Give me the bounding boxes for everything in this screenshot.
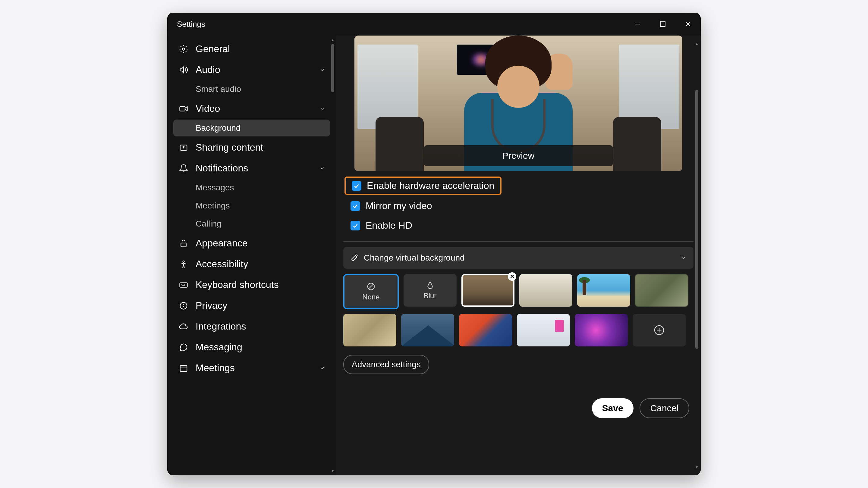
content-scrollbar[interactable]: ▲ ▼ <box>695 41 699 469</box>
scrollbar-up-icon[interactable]: ▲ <box>695 41 699 46</box>
sidebar-item-label: Sharing content <box>195 142 325 153</box>
footer-buttons: Save Cancel <box>343 398 693 418</box>
sidebar-sub-background[interactable]: Background <box>173 120 330 136</box>
close-icon <box>684 21 692 28</box>
maximize-button[interactable] <box>657 19 668 30</box>
settings-window: Settings ▲ ▼ General <box>167 13 701 475</box>
sidebar-item-sharing[interactable]: Sharing content <box>173 138 330 157</box>
window-body: ▲ ▼ General Audio Smart audio <box>167 36 701 475</box>
bg-tile-mountains[interactable] <box>401 314 454 347</box>
titlebar: Settings <box>167 13 701 36</box>
bg-tile-living-room[interactable] <box>519 274 572 307</box>
scrollbar-down-icon[interactable]: ▼ <box>695 465 699 469</box>
share-icon <box>178 142 189 153</box>
bg-tile-office-room[interactable]: ✕ <box>461 274 515 307</box>
prohibit-icon <box>367 282 375 291</box>
lock-icon <box>178 238 189 249</box>
preview-bg-window-right <box>619 44 679 129</box>
video-icon <box>178 103 189 114</box>
bg-tile-space[interactable] <box>575 314 628 347</box>
maximize-icon <box>659 21 666 27</box>
sidebar-item-label: Integrations <box>195 321 325 332</box>
chat-icon <box>178 342 189 353</box>
bell-icon <box>178 163 189 174</box>
preview-bg-window-left <box>358 44 418 129</box>
plus-circle-icon <box>654 325 664 335</box>
chevron-down-icon <box>319 106 325 112</box>
bg-tile-add[interactable] <box>632 314 686 347</box>
preview-bg-chair <box>375 117 424 171</box>
sidebar-item-general[interactable]: General <box>173 39 330 59</box>
tile-remove-button[interactable]: ✕ <box>508 272 516 281</box>
window-title: Settings <box>175 20 205 29</box>
sidebar-item-audio[interactable]: Audio <box>173 60 330 79</box>
chevron-down-icon <box>680 255 686 261</box>
sidebar-item-label: Video <box>195 103 319 114</box>
preview-button[interactable]: Preview <box>424 145 613 166</box>
change-virtual-background-bar[interactable]: Change virtual background <box>343 247 693 269</box>
bg-tile-warm-blur[interactable] <box>343 314 396 347</box>
checkbox-label: Mirror my video <box>366 200 432 212</box>
sidebar-sub-meetings[interactable]: Meetings <box>173 197 330 214</box>
accessibility-icon <box>178 259 189 270</box>
bg-tile-nature-blur[interactable] <box>635 274 688 307</box>
sidebar-item-keyboard[interactable]: Keyboard shortcuts <box>173 275 330 295</box>
bg-tile-abstract[interactable] <box>459 314 512 347</box>
svg-marker-5 <box>180 67 184 73</box>
sidebar-sub-messages[interactable]: Messages <box>173 179 330 196</box>
sidebar-item-messaging[interactable]: Messaging <box>173 337 330 357</box>
svg-point-10 <box>183 261 184 262</box>
checkbox-mirror-video[interactable] <box>350 201 360 211</box>
checkbox-enable-hd[interactable] <box>350 221 360 230</box>
bg-tile-label: None <box>362 293 379 301</box>
svg-rect-6 <box>180 106 185 111</box>
close-button[interactable] <box>683 19 693 30</box>
sidebar-item-label: Messaging <box>195 341 325 353</box>
svg-rect-9 <box>181 243 186 247</box>
background-tiles-grid: None Blur ✕ <box>343 274 693 347</box>
svg-rect-1 <box>660 22 665 27</box>
droplet-icon <box>426 281 435 290</box>
window-controls <box>632 19 693 30</box>
minimize-button[interactable] <box>632 19 643 30</box>
bg-tile-none[interactable]: None <box>343 274 399 309</box>
sidebar-item-label: Meetings <box>195 362 319 373</box>
advanced-settings-button[interactable]: Advanced settings <box>343 355 429 374</box>
check-icon <box>352 203 359 209</box>
bg-tile-blur[interactable]: Blur <box>404 274 457 307</box>
svg-point-4 <box>182 48 185 50</box>
sidebar-item-meetings[interactable]: Meetings <box>173 358 330 378</box>
bg-tile-beach[interactable] <box>577 274 630 307</box>
sidebar-sub-smart-audio[interactable]: Smart audio <box>173 81 330 98</box>
cancel-button[interactable]: Cancel <box>640 398 689 418</box>
cloud-icon <box>178 321 189 332</box>
sidebar-item-label: Notifications <box>195 163 319 174</box>
sidebar-item-appearance[interactable]: Appearance <box>173 233 330 253</box>
bg-tile-label: Blur <box>424 292 437 300</box>
checkbox-row-enable-hd: Enable HD <box>343 217 693 234</box>
svg-line-15 <box>369 284 373 289</box>
sidebar-item-accessibility[interactable]: Accessibility <box>173 254 330 274</box>
sidebar-item-integrations[interactable]: Integrations <box>173 317 330 336</box>
speaker-icon <box>178 64 189 75</box>
scrollbar-down-icon[interactable]: ▼ <box>331 469 335 473</box>
bg-tile-studio[interactable] <box>517 314 570 347</box>
checkbox-row-mirror-video: Mirror my video <box>343 197 693 215</box>
gear-icon <box>178 44 189 55</box>
checkbox-label: Enable hardware acceleration <box>367 180 494 191</box>
sidebar-item-video[interactable]: Video <box>173 99 330 119</box>
checkbox-hardware-acceleration[interactable] <box>352 181 361 191</box>
sidebar-item-label: Appearance <box>195 238 325 249</box>
sidebar-sub-calling[interactable]: Calling <box>173 216 330 232</box>
chevron-down-icon <box>319 67 325 73</box>
content-panel: ▲ ▼ Preview <box>336 36 701 475</box>
save-button[interactable]: Save <box>592 398 633 418</box>
sidebar-item-label: Accessibility <box>195 258 325 270</box>
divider <box>343 241 693 241</box>
minimize-icon <box>634 21 641 28</box>
checkbox-row-hardware-acceleration: Enable hardware acceleration <box>344 176 501 195</box>
sidebar-item-notifications[interactable]: Notifications <box>173 158 330 178</box>
sidebar-scrollbar[interactable]: ▲ ▼ <box>331 38 335 473</box>
sidebar-item-privacy[interactable]: Privacy <box>173 296 330 315</box>
scrollbar-up-icon[interactable]: ▲ <box>331 38 335 42</box>
